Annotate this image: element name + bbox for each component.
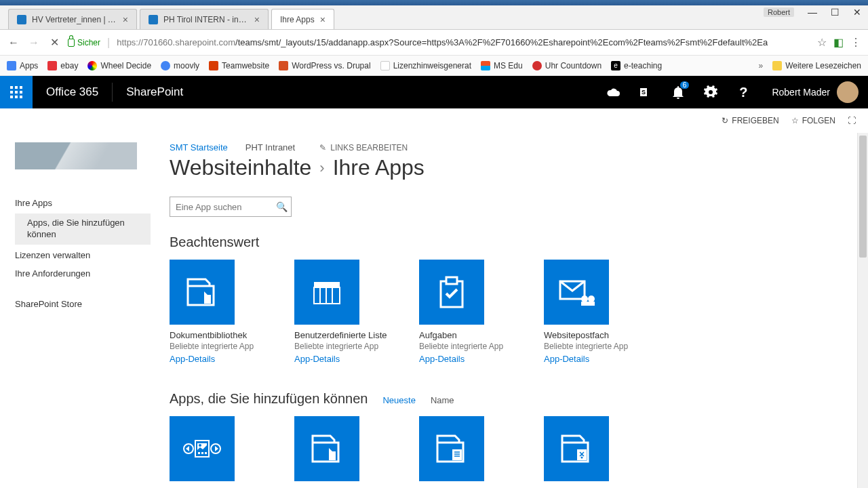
topnav-link[interactable]: PHT Intranet xyxy=(245,142,295,152)
favicon-icon xyxy=(481,61,490,70)
bookmark-item[interactable]: Teamwebsite xyxy=(209,61,269,70)
nav-sharepoint-store[interactable]: SharePoint Store xyxy=(15,295,151,313)
lock-icon xyxy=(68,39,75,47)
tile-subtitle: Beliebte integrierte App xyxy=(170,342,235,351)
scrollbar-thumb[interactable] xyxy=(859,136,867,258)
sharepoint-icon[interactable]: S xyxy=(629,76,662,108)
bookmark-item[interactable]: MS Edu xyxy=(481,61,523,70)
other-bookmarks[interactable]: Weitere Lesezeichen xyxy=(772,61,861,70)
bookmark-item[interactable]: Lizenzhinweisgenerat xyxy=(380,61,471,70)
notification-count: 6 xyxy=(680,81,690,89)
suite-bar: Office 365 SharePoint S 6 ? Robert Mader xyxy=(0,76,868,108)
bookmark-item[interactable]: WordPress vs. Drupal xyxy=(279,61,370,70)
tab-title: Ihre Apps xyxy=(280,15,315,24)
svg-point-10 xyxy=(581,296,588,302)
nav-forward-icon: → xyxy=(27,37,41,49)
user-name[interactable]: Robert Mader xyxy=(760,87,837,98)
app-tile[interactable] xyxy=(294,416,359,481)
bookmark-item[interactable]: Uhr Countdown xyxy=(532,61,601,70)
tab-close-icon[interactable]: × xyxy=(123,14,128,25)
tile-subtitle: Beliebte integrierte App xyxy=(419,342,484,351)
app-tile[interactable]: Dokumentbibliothek Beliebte integrierte … xyxy=(170,260,235,364)
edit-links[interactable]: ✎LINKS BEARBEITEN xyxy=(319,143,408,152)
nav-your-apps[interactable]: Ihre Apps xyxy=(15,194,151,212)
svg-rect-21 xyxy=(452,449,462,460)
browser-tab[interactable]: Ihre Apps× xyxy=(271,9,334,29)
svg-rect-20 xyxy=(205,452,207,454)
topnav-link[interactable]: SMT Startseite xyxy=(170,142,228,152)
favicon-icon xyxy=(161,61,170,70)
bookmark-item[interactable]: ebay xyxy=(47,61,78,70)
browser-tabstrip: HV Vertreter_innen | Pä…× PH Tirol INTER… xyxy=(0,5,868,30)
pencil-icon: ✎ xyxy=(319,143,326,152)
app-launcher[interactable] xyxy=(0,76,33,108)
app-tile[interactable]: Aufgaben Beliebte integrierte App App-De… xyxy=(419,260,484,364)
svg-point-17 xyxy=(199,444,201,447)
breadcrumb-parent[interactable]: Websiteinhalte xyxy=(170,155,311,180)
address-bar[interactable]: https://701660.sharepoint.com/teams/smt/… xyxy=(117,37,810,47)
favicon-icon xyxy=(380,61,390,70)
search-icon[interactable]: 🔍 xyxy=(272,201,291,212)
favicon-icon xyxy=(209,61,218,70)
svg-rect-8 xyxy=(446,277,457,284)
window-minimize[interactable]: — xyxy=(808,7,817,18)
follow-button[interactable]: ☆FOLGEN xyxy=(791,116,835,125)
focus-mode-icon[interactable]: ⛶ xyxy=(848,116,856,125)
sort-newest[interactable]: Neueste xyxy=(382,395,415,405)
app-name[interactable]: SharePoint xyxy=(113,85,197,99)
apps-shortcut[interactable]: Apps xyxy=(7,61,38,70)
favicon-icon xyxy=(87,61,97,70)
left-nav: Ihre Apps Apps, die Sie hinzufügen könne… xyxy=(15,194,151,313)
share-button[interactable]: ↻FREIGEBEN xyxy=(722,116,778,125)
settings-icon[interactable] xyxy=(694,76,727,108)
app-details-link[interactable]: App-Details xyxy=(419,354,484,364)
secure-indicator[interactable]: Sicher xyxy=(68,38,100,47)
notifications-icon[interactable]: 6 xyxy=(662,76,694,108)
onedrive-icon[interactable] xyxy=(597,76,629,108)
browser-tab[interactable]: HV Vertreter_innen | Pä…× xyxy=(8,9,137,29)
sort-name[interactable]: Name xyxy=(431,395,454,405)
app-tile[interactable] xyxy=(544,416,609,481)
top-nav: SMT Startseite PHT Intranet ✎LINKS BEARB… xyxy=(170,142,842,152)
custom-list-icon xyxy=(294,260,359,325)
favicon-icon xyxy=(47,61,57,70)
nav-stop-icon[interactable]: ✕ xyxy=(47,36,61,49)
tile-title: Websitepostfach xyxy=(544,330,609,340)
browser-menu-icon[interactable]: ⋮ xyxy=(850,36,861,49)
nav-manage-licenses[interactable]: Lizenzen verwalten xyxy=(15,246,151,264)
scrollbar[interactable] xyxy=(857,133,868,488)
tile-title: Aufgaben xyxy=(419,330,484,340)
extension-icon[interactable]: ◧ xyxy=(833,36,844,49)
o365-brand[interactable]: Office 365 xyxy=(33,85,112,99)
bookmark-overflow-icon[interactable]: » xyxy=(758,61,763,70)
site-mailbox-icon xyxy=(544,260,609,325)
app-details-link[interactable]: App-Details xyxy=(170,354,235,364)
bookmark-item[interactable]: ee-teaching xyxy=(611,61,662,70)
tab-close-icon[interactable]: × xyxy=(320,14,326,25)
app-tile[interactable]: Websitepostfach Beliebte integrierte App… xyxy=(544,260,609,364)
browser-toolbar: ← → ✕ Sicher | https://701660.sharepoint… xyxy=(0,30,868,56)
window-maximize[interactable]: ☐ xyxy=(831,7,840,18)
window-close[interactable]: ✕ xyxy=(853,7,861,18)
app-tile[interactable] xyxy=(170,416,235,481)
app-details-link[interactable]: App-Details xyxy=(544,354,609,364)
app-details-link[interactable]: App-Details xyxy=(294,354,359,364)
bookmark-item[interactable]: Wheel Decide xyxy=(87,61,151,70)
browser-tab[interactable]: PH Tirol INTERN - intern× xyxy=(140,9,269,29)
folder-icon xyxy=(772,61,782,70)
site-logo[interactable] xyxy=(15,142,137,169)
app-search[interactable]: 🔍 xyxy=(170,197,292,217)
search-input[interactable] xyxy=(170,202,272,212)
nav-apps-you-can-add[interactable]: Apps, die Sie hinzufügen können xyxy=(15,214,151,245)
tab-close-icon[interactable]: × xyxy=(254,14,260,25)
nav-back-icon[interactable]: ← xyxy=(7,37,20,49)
user-avatar[interactable] xyxy=(837,81,859,103)
bookmark-item[interactable]: moovly xyxy=(161,61,199,70)
nav-your-requests[interactable]: Ihre Anforderungen xyxy=(15,264,151,283)
noteworthy-tiles: Dokumentbibliothek Beliebte integrierte … xyxy=(170,260,842,364)
bookmark-star-icon[interactable]: ☆ xyxy=(817,36,827,49)
help-icon[interactable]: ? xyxy=(727,76,760,108)
app-tile[interactable] xyxy=(419,416,484,481)
svg-rect-18 xyxy=(198,452,200,454)
app-tile[interactable]: Benutzerdefinierte Liste Beliebte integr… xyxy=(294,260,359,364)
